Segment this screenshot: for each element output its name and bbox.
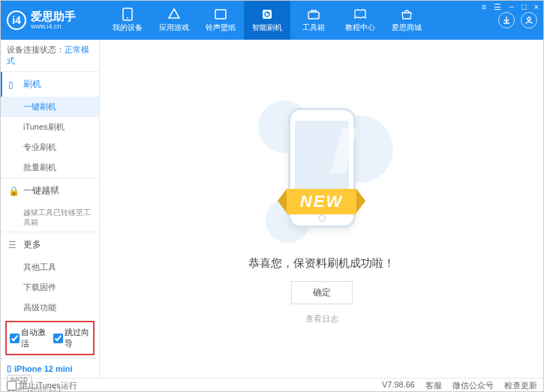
main-area: 设备连接状态：正常模式 ▯ 刷机 一键刷机 iTunes刷机 专业刷机 批量刷机… xyxy=(1,40,543,378)
app-header: i4 爱思助手 www.i4.cn 我的设备 应用游戏 铃声壁纸 智能刷机 工具… xyxy=(1,1,543,40)
window-controls: ≡ ☰ − □ × xyxy=(480,2,540,12)
view-log-link[interactable]: 查看日志 xyxy=(305,313,338,325)
nav-ringtones[interactable]: 铃声壁纸 xyxy=(197,1,244,40)
device-name: ▯ iPhone 12 mini xyxy=(7,364,93,373)
sidebar-head-label: 刷机 xyxy=(23,78,41,91)
support-link[interactable]: 客服 xyxy=(425,380,442,391)
footer-right: V7.98.66 客服 微信公众号 检查更新 xyxy=(382,380,537,391)
nav-apps[interactable]: 应用游戏 xyxy=(151,1,197,40)
toolbox-icon xyxy=(307,7,320,21)
footer-left: 阻止iTunes运行 xyxy=(7,380,77,391)
user-button[interactable] xyxy=(521,12,537,28)
svg-rect-3 xyxy=(263,10,272,19)
main-nav: 我的设备 应用游戏 铃声壁纸 智能刷机 工具箱 教程中心 爱思商城 xyxy=(104,1,491,40)
maximize-icon[interactable]: □ xyxy=(520,2,528,12)
sidebar-item-batch[interactable]: 批量刷机 xyxy=(1,157,99,178)
nav-flash[interactable]: 智能刷机 xyxy=(244,1,290,40)
menu-icon[interactable]: ≡ xyxy=(480,2,488,12)
nav-store[interactable]: 爱思商城 xyxy=(383,1,430,40)
checkbox-skip-guide[interactable]: 跳过向导 xyxy=(53,327,91,349)
conn-label: 设备连接状态： xyxy=(7,45,65,54)
checkbox-input[interactable] xyxy=(10,334,20,343)
lock-icon: 🔒 xyxy=(8,186,19,196)
options-highlighted: 自动激活 跳过向导 xyxy=(5,321,95,355)
checkbox-input[interactable] xyxy=(7,381,17,391)
nav-my-device[interactable]: 我的设备 xyxy=(104,1,151,40)
update-link[interactable]: 检查更新 xyxy=(504,380,537,391)
header-right xyxy=(498,12,537,28)
sidebar-item-itunes[interactable]: iTunes刷机 xyxy=(1,117,99,137)
sidebar: 设备连接状态：正常模式 ▯ 刷机 一键刷机 iTunes刷机 专业刷机 批量刷机… xyxy=(1,40,100,378)
connection-status: 设备连接状态：正常模式 xyxy=(1,40,99,71)
download-button[interactable] xyxy=(498,12,515,28)
wallpaper-icon xyxy=(214,7,227,21)
sidebar-head-label: 更多 xyxy=(23,238,41,251)
logo-icon: i4 xyxy=(7,10,26,30)
content-area: NEW 恭喜您，保资料刷机成功啦！ 确定 查看日志 xyxy=(100,40,543,378)
nav-label: 应用游戏 xyxy=(159,22,189,33)
settings-icon[interactable]: ☰ xyxy=(492,2,503,12)
checkbox-auto-activate[interactable]: 自动激活 xyxy=(10,327,47,349)
sidebar-head-jailbreak[interactable]: 🔒 一键越狱 xyxy=(1,178,99,203)
app-url: www.i4.cn xyxy=(31,22,76,30)
svg-rect-2 xyxy=(215,10,226,19)
nav-label: 铃声壁纸 xyxy=(206,22,236,33)
phone-icon: ▯ xyxy=(7,364,11,373)
svg-point-5 xyxy=(527,17,530,20)
flash-icon xyxy=(260,7,274,21)
success-illustration: NEW xyxy=(258,93,386,243)
nav-toolbox[interactable]: 工具箱 xyxy=(290,1,337,40)
more-icon: ☰ xyxy=(8,240,19,250)
close-icon[interactable]: × xyxy=(533,2,540,12)
nav-label: 爱思商城 xyxy=(392,22,422,33)
sidebar-head-flash[interactable]: ▯ 刷机 xyxy=(1,72,99,97)
checkbox-input[interactable] xyxy=(53,334,63,343)
phone-icon xyxy=(121,7,134,21)
sidebar-item-firmware[interactable]: 下载固件 xyxy=(1,277,99,298)
nav-tutorials[interactable]: 教程中心 xyxy=(337,1,383,40)
sidebar-item-onekey[interactable]: 一键刷机 xyxy=(1,97,99,117)
apps-icon xyxy=(167,7,181,21)
confirm-button[interactable]: 确定 xyxy=(291,281,353,304)
sidebar-head-more[interactable]: ☰ 更多 xyxy=(1,232,99,257)
store-icon xyxy=(400,7,413,21)
svg-point-1 xyxy=(127,17,128,19)
version-label: V7.98.66 xyxy=(382,380,415,391)
nav-label: 我的设备 xyxy=(113,22,143,33)
svg-rect-4 xyxy=(308,12,319,19)
jailbreak-moved-note: 越狱工具已转移至工具箱 xyxy=(1,203,99,232)
sidebar-item-pro[interactable]: 专业刷机 xyxy=(1,137,99,157)
sidebar-item-advanced[interactable]: 高级功能 xyxy=(1,298,99,318)
nav-label: 教程中心 xyxy=(345,22,375,33)
success-message: 恭喜您，保资料刷机成功啦！ xyxy=(248,256,395,271)
phone-icon: ▯ xyxy=(8,79,19,90)
app-name: 爱思助手 xyxy=(31,10,76,23)
new-badge: NEW xyxy=(287,189,356,214)
nav-label: 工具箱 xyxy=(302,22,325,33)
block-itunes-checkbox[interactable]: 阻止iTunes运行 xyxy=(7,380,77,391)
nav-label: 智能刷机 xyxy=(252,22,282,33)
logo-area: i4 爱思助手 www.i4.cn xyxy=(7,10,104,31)
minimize-icon[interactable]: − xyxy=(507,2,515,12)
wechat-link[interactable]: 微信公众号 xyxy=(452,380,494,391)
book-icon xyxy=(353,7,367,21)
sidebar-item-other[interactable]: 其他工具 xyxy=(1,257,99,277)
sidebar-head-label: 一键越狱 xyxy=(23,184,59,197)
